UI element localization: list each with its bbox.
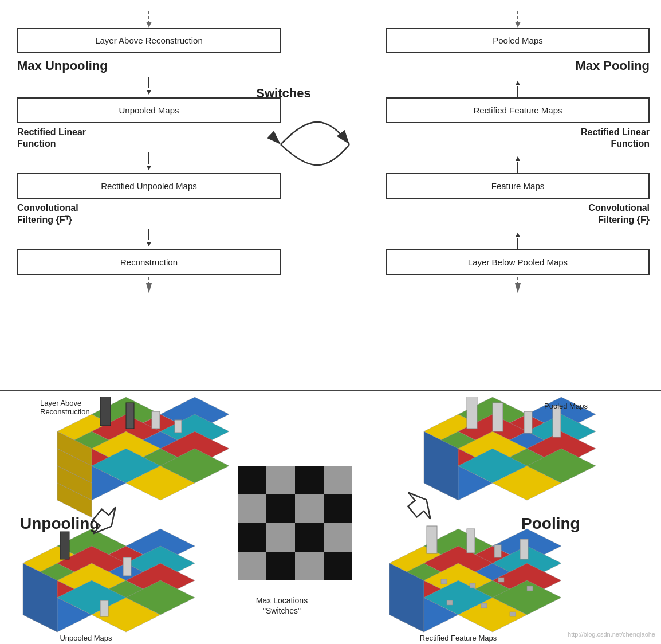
left-bottom-grid (23, 529, 195, 632)
svg-rect-93 (553, 406, 561, 437)
svg-rect-121 (510, 612, 516, 616)
arrow-up-1 (386, 77, 650, 97)
unpooled-maps-label: Unpooled Maps (60, 634, 112, 642)
rect-linear-label-right: Rectified Linear Function (386, 127, 650, 151)
svg-marker-2 (146, 283, 152, 293)
switches-label: Switches (249, 86, 318, 101)
rectified-feature-maps-bottom-label: Rectified Feature Maps (420, 634, 497, 642)
svg-rect-59 (324, 466, 352, 494)
right-column: Pooled Maps Max Pooling Rectified Featur… (386, 11, 650, 293)
svg-rect-33 (175, 420, 182, 433)
svg-rect-67 (324, 523, 352, 552)
unpooled-maps-box: Unpooled Maps (17, 97, 281, 123)
svg-rect-69 (266, 552, 295, 580)
svg-rect-60 (238, 494, 266, 523)
svg-rect-114 (520, 539, 528, 559)
svg-rect-52 (60, 532, 69, 559)
svg-rect-92 (524, 411, 532, 433)
svg-rect-115 (441, 579, 447, 584)
svg-marker-6 (515, 283, 521, 293)
svg-rect-71 (324, 552, 352, 580)
rectified-feature-maps-box: Rectified Feature Maps (386, 97, 650, 123)
max-unpooling-label: Max Unpooling (17, 58, 281, 74)
svg-rect-30 (100, 397, 111, 426)
svg-rect-116 (470, 583, 475, 588)
svg-rect-112 (467, 529, 475, 553)
svg-rect-68 (238, 552, 266, 580)
rect-linear-label-left: Rectified Linear Function (17, 127, 281, 151)
rectified-unpooled-maps-box: Rectified Unpooled Maps (17, 173, 281, 199)
rectified-feature-maps-text: Rectified Feature Maps (473, 105, 562, 115)
bottom-layer-above-text: Layer Above (40, 399, 81, 407)
arrow-down-2 (17, 152, 281, 173)
right-bottom-dashed-arrow (386, 277, 650, 293)
svg-rect-58 (295, 466, 324, 494)
svg-rect-120 (481, 603, 487, 608)
arrow-up-2 (386, 152, 650, 173)
arrow-down-3 (17, 229, 281, 249)
pooled-maps-text: Pooled Maps (493, 36, 543, 45)
pooling-label: Pooling (521, 515, 580, 532)
svg-rect-62 (295, 494, 324, 523)
conv-filtering-label-right: Convolutional Filtering {F} (386, 202, 650, 226)
layer-below-pooled-maps-text: Layer Below Pooled Maps (468, 257, 568, 267)
svg-rect-56 (238, 466, 266, 494)
svg-text:"Switches": "Switches" (263, 606, 301, 615)
pooling-arrow (402, 486, 438, 525)
watermark: http://blog.csdn.net/chenqiaohe (568, 631, 655, 638)
reconstruction-box: Reconstruction (17, 249, 281, 275)
svg-marker-1 (146, 22, 152, 28)
svg-marker-122 (402, 486, 438, 525)
arrow-up-3 (386, 229, 650, 249)
svg-rect-54 (100, 600, 108, 616)
svg-rect-91 (493, 403, 503, 431)
svg-rect-111 (427, 526, 437, 553)
svg-rect-53 (123, 557, 131, 576)
svg-rect-57 (266, 466, 295, 494)
left-column: Layer Above Reconstruction Max Unpooling… (17, 11, 281, 293)
pooled-maps-box: Pooled Maps (386, 28, 650, 53)
conv-filtering-label-left: Convolutional Filtering {Fᵀ} (17, 202, 281, 226)
svg-rect-64 (238, 523, 266, 552)
feature-maps-text: Feature Maps (491, 181, 545, 191)
svg-rect-119 (447, 600, 453, 605)
svg-rect-63 (324, 494, 352, 523)
top-diagram-section: Layer Above Reconstruction Max Unpooling… (0, 0, 661, 390)
checkerboard-grid (238, 466, 352, 580)
svg-rect-32 (152, 411, 160, 429)
layer-below-pooled-maps-box: Layer Below Pooled Maps (386, 249, 650, 275)
svg-text:Reconstruction: Reconstruction (40, 407, 90, 416)
left-top-dashed-arrow (17, 11, 281, 28)
svg-rect-65 (266, 523, 295, 552)
max-pooling-label: Max Pooling (386, 58, 650, 74)
rectified-unpooled-maps-text: Rectified Unpooled Maps (101, 181, 197, 191)
reconstruction-text: Reconstruction (120, 257, 178, 267)
svg-marker-5 (515, 22, 521, 28)
svg-rect-70 (295, 552, 324, 580)
right-top-grid (424, 397, 596, 500)
right-bottom-grid (389, 529, 561, 632)
svg-rect-90 (467, 397, 477, 429)
svg-rect-61 (266, 494, 295, 523)
svg-rect-117 (498, 578, 504, 582)
svg-rect-118 (527, 586, 533, 591)
bottom-illustration-section: Layer Above Reconstruction (0, 391, 661, 643)
svg-rect-31 (126, 403, 134, 429)
right-top-dashed-arrow (386, 11, 650, 28)
layer-above-reconstruction-box: Layer Above Reconstruction (17, 28, 281, 53)
svg-rect-113 (494, 545, 501, 557)
svg-rect-66 (295, 523, 324, 552)
max-locations-label: Max Locations (256, 596, 308, 605)
arrow-down-1 (17, 77, 281, 97)
feature-maps-box: Feature Maps (386, 173, 650, 199)
layer-above-reconstruction-text: Layer Above Reconstruction (95, 36, 203, 45)
bottom-pooled-maps-text: Pooled Maps (544, 402, 588, 410)
left-bottom-dashed-arrow (17, 277, 281, 293)
unpooled-maps-text: Unpooled Maps (119, 105, 179, 115)
bottom-illustration-svg: Layer Above Reconstruction (11, 397, 650, 643)
unpooling-label: Unpooling (20, 515, 99, 532)
